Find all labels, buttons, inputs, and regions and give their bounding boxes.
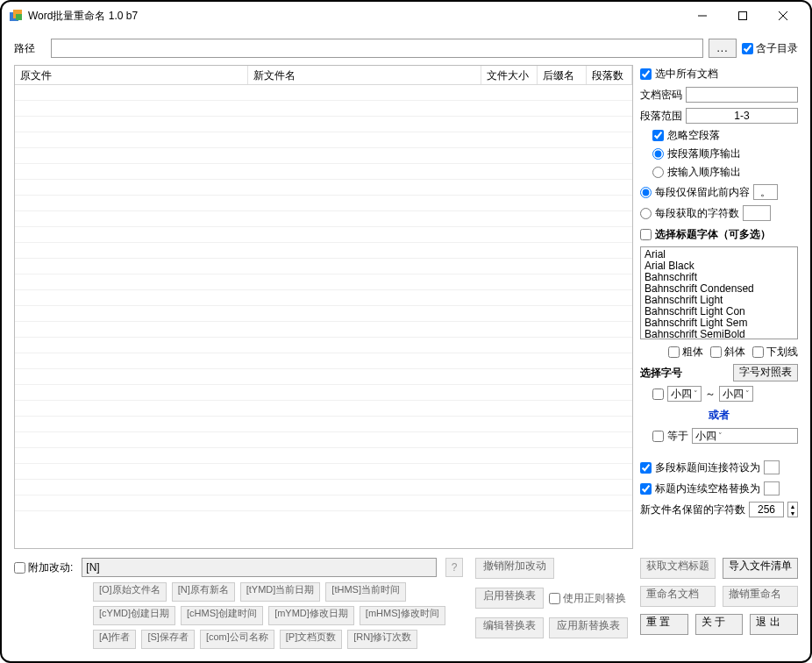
- or-label: 或者: [709, 408, 730, 423]
- para-range-input[interactable]: [686, 108, 798, 124]
- size-from-select[interactable]: 小四: [667, 386, 702, 402]
- col-new[interactable]: 新文件名: [248, 66, 481, 84]
- path-input[interactable]: [51, 39, 703, 58]
- doc-pwd-label: 文档密码: [640, 88, 682, 103]
- reset-button[interactable]: 重 置: [640, 614, 688, 635]
- size-table-button[interactable]: 字号对照表: [733, 364, 798, 381]
- keepchars-input[interactable]: 256: [749, 502, 784, 517]
- svg-rect-4: [739, 12, 747, 20]
- tag-button[interactable]: [RN]修订次数: [347, 630, 417, 649]
- about-button[interactable]: 关 于: [695, 614, 744, 635]
- window-title: Word批量重命名 1.0 b7: [28, 9, 138, 24]
- exit-button[interactable]: 退 出: [750, 614, 798, 635]
- tag-button[interactable]: [A]作者: [93, 630, 136, 649]
- keep-before-input[interactable]: [753, 184, 778, 200]
- tag-buttons: [O]原始文件名[N]原有新名[tYMD]当前日期[tHMS]当前时间[cYMD…: [14, 582, 463, 649]
- ignore-empty-checkbox[interactable]: 忽略空段落: [640, 128, 798, 143]
- underline-checkbox[interactable]: 下划线: [752, 345, 798, 360]
- spaces-checkbox[interactable]: [640, 483, 652, 495]
- minimize-button[interactable]: [682, 3, 723, 29]
- tag-button[interactable]: [com]公司名称: [200, 630, 274, 649]
- col-size[interactable]: 文件大小: [481, 66, 538, 84]
- size-equal-checkbox[interactable]: [652, 431, 664, 442]
- help-button[interactable]: ?: [445, 558, 463, 577]
- browse-button[interactable]: ...: [709, 39, 737, 58]
- choose-font-checkbox[interactable]: 选择标题字体（可多选）: [640, 225, 798, 243]
- tag-button[interactable]: [cHMS]创建时间: [181, 606, 263, 625]
- para-range-label: 段落范围: [640, 109, 682, 124]
- undo-rename-button[interactable]: 撤销重命名: [723, 586, 798, 607]
- use-regex-checkbox[interactable]: 使用正则替换: [549, 591, 626, 606]
- tag-button[interactable]: [cYMD]创建日期: [93, 606, 175, 625]
- tag-button[interactable]: [tHMS]当前时间: [325, 582, 406, 602]
- size-equal-select[interactable]: 小四: [692, 428, 798, 444]
- radio-input-order[interactable]: 按输入顺序输出: [640, 165, 798, 180]
- col-ext[interactable]: 后缀名: [538, 66, 587, 84]
- addmod-checkbox[interactable]: 附加改动:: [14, 560, 73, 575]
- edit-replace-button[interactable]: 编辑替换表: [475, 617, 544, 638]
- enable-replace-button[interactable]: 启用替换表: [475, 588, 544, 609]
- select-all-checkbox[interactable]: 选中所有文档: [640, 65, 798, 82]
- path-label: 路径: [14, 41, 46, 56]
- app-icon: [9, 9, 23, 23]
- file-table: 原文件 新文件名 文件大小 后缀名 段落数: [14, 65, 633, 549]
- tag-button[interactable]: [mYMD]修改日期: [268, 606, 354, 625]
- include-subdir-checkbox[interactable]: 含子目录: [742, 41, 798, 56]
- col-original[interactable]: 原文件: [15, 66, 248, 84]
- font-list[interactable]: ArialArial BlackBahnschriftBahnschrift C…: [640, 246, 798, 339]
- connector-checkbox[interactable]: [640, 462, 652, 474]
- size-range-checkbox[interactable]: [652, 389, 664, 400]
- tag-button[interactable]: [N]原有新名: [172, 582, 235, 602]
- rename-button[interactable]: 重命名文档: [640, 586, 716, 607]
- tag-button[interactable]: [tYMD]当前日期: [240, 582, 321, 602]
- radio-para-order[interactable]: 按段落顺序输出: [640, 146, 798, 161]
- choose-size-label: 选择字号: [640, 366, 730, 381]
- table-body[interactable]: [15, 85, 632, 548]
- import-list-button[interactable]: 导入文件清单: [723, 558, 798, 579]
- maximize-button[interactable]: [723, 3, 763, 29]
- tag-button[interactable]: [S]保存者: [141, 630, 194, 649]
- doc-pwd-input[interactable]: [686, 87, 798, 103]
- italic-checkbox[interactable]: 斜体: [710, 345, 745, 360]
- bold-checkbox[interactable]: 粗体: [668, 345, 703, 360]
- spaces-input[interactable]: [764, 481, 780, 495]
- size-to-select[interactable]: 小四: [719, 386, 753, 402]
- tag-button[interactable]: [O]原始文件名: [93, 582, 167, 602]
- tag-button[interactable]: [mHMS]修改时间: [360, 606, 445, 625]
- connector-input[interactable]: [764, 460, 780, 474]
- radio-keep-before[interactable]: [640, 187, 652, 198]
- addmod-input[interactable]: [82, 558, 437, 577]
- side-panel: 选中所有文档 文档密码 段落范围 忽略空段落 按段落顺序输出 按输入顺序输出 每…: [640, 65, 798, 549]
- close-button[interactable]: [763, 3, 803, 29]
- tag-button[interactable]: [P]文档页数: [280, 630, 342, 649]
- col-para[interactable]: 段落数: [587, 66, 632, 84]
- apply-replace-button[interactable]: 应用新替换表: [549, 617, 628, 638]
- undo-addmod-button[interactable]: 撤销附加改动: [475, 558, 554, 579]
- font-option[interactable]: Bahnschrift SemiBold: [645, 329, 794, 339]
- keepchars-label: 新文件名保留的字符数: [640, 503, 745, 517]
- radio-chars-each[interactable]: [640, 208, 652, 219]
- chars-each-input[interactable]: [743, 205, 771, 221]
- titlebar: Word批量重命名 1.0 b7: [2, 2, 810, 30]
- svg-rect-2: [16, 14, 22, 20]
- get-title-button[interactable]: 获取文档标题: [640, 558, 716, 579]
- keepchars-stepper[interactable]: ▲▼: [787, 502, 798, 517]
